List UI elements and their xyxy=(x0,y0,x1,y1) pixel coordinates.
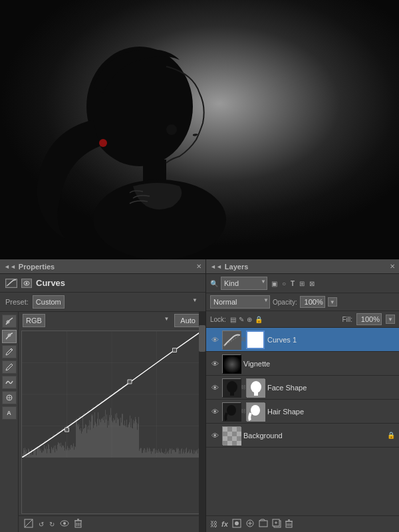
layer-row-vignette[interactable]: 👁 Vignette xyxy=(206,352,399,376)
properties-scrollbar[interactable] xyxy=(199,312,205,532)
color-sampler-tool[interactable] xyxy=(2,391,17,404)
layer-mask-hairshape xyxy=(246,402,265,421)
svg-point-31 xyxy=(227,381,237,393)
svg-point-4 xyxy=(166,124,177,135)
layer-row-hairshape[interactable]: 👁 ⛓ Hair Shap xyxy=(206,400,399,424)
photo-canvas xyxy=(0,0,399,259)
layer-name-vignette: Vignette xyxy=(243,360,395,368)
add-mask-btn[interactable] xyxy=(232,519,241,529)
pencil-tool[interactable] xyxy=(2,345,17,358)
lock-all-icon[interactable]: 🔒 xyxy=(255,316,263,323)
layers-panel: ◄◄ Layers ✕ 🔍 Kind ▼ ▣ ○ T ⊞ ⊠ xyxy=(206,259,399,532)
properties-header: ◄◄ Properties ✕ xyxy=(0,259,205,274)
layer-kind-shape-icon[interactable]: ⊞ xyxy=(298,279,306,288)
svg-point-19 xyxy=(63,522,66,525)
blend-row: Normal ▼ Opacity: ▼ xyxy=(206,293,399,311)
properties-close-btn[interactable]: ✕ xyxy=(196,263,201,270)
svg-point-10 xyxy=(26,282,28,284)
lock-position-icon[interactable]: ⊕ xyxy=(247,316,252,323)
lock-label: Lock: xyxy=(210,316,226,323)
preset-label: Preset: xyxy=(5,298,29,306)
layer-kind-text-icon[interactable]: T xyxy=(289,279,296,288)
layer-row-faceshape[interactable]: 👁 ⛓ Face Shap xyxy=(206,376,399,400)
properties-title: Properties xyxy=(19,263,55,271)
layer-name-faceshape: Face Shape xyxy=(267,384,395,392)
pencil-tool-2[interactable] xyxy=(2,360,17,374)
curves-visibility-btn[interactable] xyxy=(21,279,32,288)
opacity-arrow[interactable]: ▼ xyxy=(328,297,337,307)
svg-point-34 xyxy=(251,381,261,393)
layer-kind-adjustment-icon[interactable]: ○ xyxy=(281,279,287,288)
curves-bottom-bar: ↺ ↻ xyxy=(19,515,205,532)
layers-footer: ⛓ fx xyxy=(206,515,399,532)
layer-kind-smart-icon[interactable]: ⊠ xyxy=(308,279,316,288)
lock-transparent-icon[interactable]: ▤ xyxy=(230,316,236,323)
svg-rect-42 xyxy=(232,427,237,432)
kind-row: 🔍 Kind ▼ ▣ ○ T ⊞ ⊠ xyxy=(206,274,399,293)
preset-select[interactable]: Custom xyxy=(33,295,65,309)
svg-rect-48 xyxy=(237,441,241,446)
preset-row: Preset: Custom ▼ xyxy=(0,293,205,312)
delete-layer-btn[interactable] xyxy=(285,519,293,529)
svg-rect-41 xyxy=(223,427,227,432)
layer-mask-curves1 xyxy=(246,331,265,349)
lock-image-icon[interactable]: ✎ xyxy=(239,316,244,323)
new-group-btn[interactable] xyxy=(259,519,268,529)
curves-adjustment-icon xyxy=(5,279,17,288)
svg-rect-29 xyxy=(223,355,241,374)
new-layer-btn[interactable] xyxy=(272,519,281,529)
layer-kind-pixel-icon[interactable]: ▣ xyxy=(270,279,279,288)
layers-title: Layers xyxy=(225,263,248,271)
add-adjustment-btn[interactable] xyxy=(245,519,255,529)
layer-visibility-curves1[interactable]: 👁 xyxy=(210,336,219,344)
layer-name-hairshape: Hair Shape xyxy=(267,408,395,416)
svg-point-5 xyxy=(99,139,107,147)
svg-rect-6 xyxy=(6,279,17,287)
layer-thumb-faceshape xyxy=(222,378,241,397)
layer-row-background[interactable]: 👁 Background 🔒 xyxy=(206,424,399,448)
layer-visibility-vignette[interactable]: 👁 xyxy=(210,360,219,368)
channel-select[interactable]: RGB xyxy=(23,314,45,327)
auto-button[interactable]: Auto xyxy=(174,314,201,327)
layer-row-curves1[interactable]: 👁 ⛓ Curves 1 xyxy=(206,328,399,352)
point-tool[interactable] xyxy=(2,330,17,343)
layers-arrows: ◄◄ xyxy=(210,263,222,270)
properties-panel: ◄◄ Properties ✕ xyxy=(0,259,206,532)
svg-rect-32 xyxy=(230,392,234,396)
layer-visibility-faceshape[interactable]: 👁 xyxy=(210,384,219,392)
layer-thumb-vignette xyxy=(222,354,241,373)
curves-label: Curves xyxy=(36,278,65,288)
curves-header: Curves xyxy=(0,274,205,293)
delete-btn[interactable] xyxy=(73,518,83,530)
layer-visibility-background[interactable]: 👁 xyxy=(210,432,219,440)
visibility-btn[interactable] xyxy=(59,519,70,529)
svg-point-39 xyxy=(251,405,260,416)
opacity-input[interactable] xyxy=(300,296,325,308)
fill-arrow[interactable]: ▼ xyxy=(386,315,395,324)
undo-btn[interactable]: ↻ xyxy=(48,520,56,529)
channel-row: RGB ▼ Auto xyxy=(19,312,205,329)
smooth-tool[interactable] xyxy=(2,376,17,389)
select-point-btn[interactable] xyxy=(23,518,35,530)
search-icon: 🔍 xyxy=(210,280,218,287)
layers-close-btn[interactable]: ✕ xyxy=(390,263,395,270)
background-lock-icon: 🔒 xyxy=(387,432,395,439)
curves-graph[interactable] xyxy=(21,331,203,514)
curves-graph-area: RGB ▼ Auto xyxy=(19,312,205,532)
layers-header: ◄◄ Layers ✕ xyxy=(206,259,399,274)
properties-arrows: ◄◄ xyxy=(4,263,16,270)
svg-point-37 xyxy=(227,405,236,416)
curves-tools: A xyxy=(0,312,19,532)
layer-mask-faceshape xyxy=(246,378,265,397)
sample-auto-tool[interactable] xyxy=(2,315,17,328)
kind-select[interactable]: Kind xyxy=(221,277,267,290)
layer-visibility-hairshape[interactable]: 👁 xyxy=(210,408,219,416)
text-label-tool[interactable]: A xyxy=(2,406,17,420)
reset-btn[interactable]: ↺ xyxy=(37,520,45,529)
link-layers-btn[interactable]: ⛓ xyxy=(210,520,217,528)
svg-rect-43 xyxy=(227,432,232,436)
blend-mode-select[interactable]: Normal xyxy=(210,295,270,309)
fill-label: Fill: xyxy=(342,316,352,323)
fill-input[interactable] xyxy=(356,313,382,325)
fx-btn[interactable]: fx xyxy=(221,520,228,528)
